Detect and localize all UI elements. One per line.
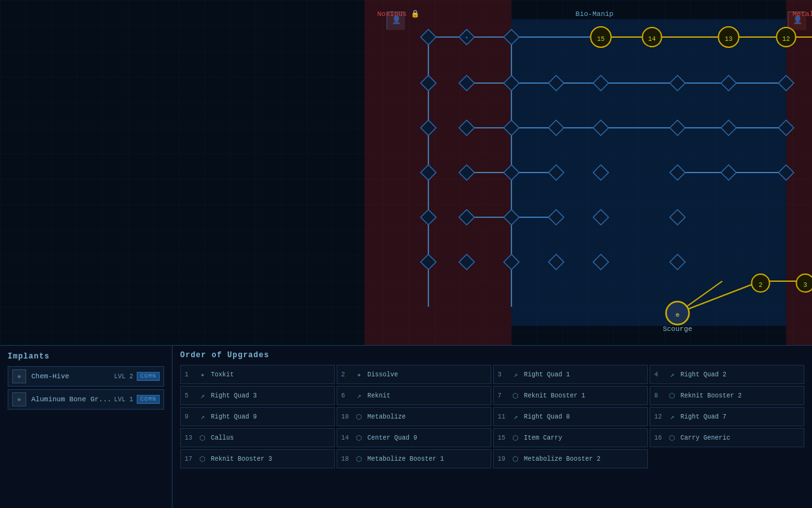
upgrade-icon: ⬡ [667,433,677,443]
implants-list: ◈ Chem-Hive LVL 2 COMN ◈ Aluminum Bone G… [8,366,164,410]
upgrade-item: 11 ↗ Right Quad 8 [493,407,648,426]
upgrade-name: Metabolize [367,413,406,420]
implant-item: ◈ Chem-Hive LVL 2 COMN [8,366,164,387]
upgrade-name: Center Quad 9 [367,435,417,442]
upgrade-item: 9 ↗ Right Quad 9 [180,407,335,426]
implant-item: ◈ Aluminum Bone Gr... LVL 1 COMN [8,389,164,410]
upgrades-grid: 1 ✦ Toxkit 2 ✦ Dissolve 3 ↗ Right Quad 1… [180,365,804,468]
upgrade-item: 4 ↗ Right Quad 2 [650,365,804,384]
upgrade-item: 12 ↗ Right Quad 7 [650,407,804,426]
upgrade-icon: ⬡ [197,454,208,464]
upgrade-name: Right Quad 3 [211,392,257,399]
upgrade-number: 11 [498,413,508,420]
upgrade-icon: ⬡ [667,390,677,401]
implant-icon: ◈ [12,369,26,383]
upgrade-item: 6 ↗ Reknit [337,386,491,405]
bottom-panel: Implants ◈ Chem-Hive LVL 2 COMN ◈ Alumin… [0,345,812,508]
upgrade-item: 14 ⬡ Center Quad 9 [337,428,491,447]
upgrade-name: Right Quad 2 [680,371,726,378]
upgrade-number: 12 [654,413,664,420]
svg-text:12: 12 [782,36,790,43]
upgrades-panel: Order of Upgrades 1 ✦ Toxkit 2 ✦ Dissolv… [172,346,812,508]
upgrade-number: 4 [654,371,664,378]
upgrade-number: 13 [185,435,195,442]
upgrade-icon: ✦ [354,369,364,380]
map-area: 👤 👤 Noxious 🔒 Bio-Manip Metalhead 🔒 [0,0,812,345]
upgrade-number: 8 [654,392,664,399]
svg-text:15: 15 [597,36,604,43]
svg-text:◈: ◈ [17,373,21,380]
svg-text:⊕: ⊕ [675,312,679,319]
upgrade-name: Dissolve [367,371,398,378]
upgrade-number: 14 [341,435,351,442]
implants-title: Implants [8,352,164,361]
implant-icon: ◈ [12,392,26,406]
upgrade-name: Reknit [367,392,390,399]
upgrade-name: Callus [211,435,234,442]
svg-text:◈: ◈ [17,396,21,403]
upgrade-name: Carry Generic [680,435,730,442]
upgrade-item: 19 ⬡ Metabolize Booster 2 [493,449,648,468]
upgrade-number: 18 [341,456,351,463]
implant-level: LVL 2 [114,373,133,380]
upgrade-name: Toxkit [211,371,234,378]
upgrade-icon: ⬡ [354,433,364,443]
upgrade-icon: ✦ [197,369,208,380]
upgrade-name: Metabolize Booster 1 [367,456,444,463]
upgrade-icon: ↗ [667,369,677,380]
upgrade-item: 10 ⬡ Metabolize [337,407,491,426]
upgrade-number: 10 [341,413,351,420]
upgrade-item: 1 ✦ Toxkit [180,365,335,384]
upgrade-icon: ↗ [667,412,677,422]
implant-badge: COMN [137,372,160,381]
upgrade-item: 2 ✦ Dissolve [337,365,491,384]
implant-level: LVL 1 [114,396,133,403]
upgrade-item: 3 ↗ Right Quad 1 [493,365,648,384]
zone-metalhead-label: Metalhead 🔒 [793,9,813,18]
upgrade-name: Reknit Booster 2 [680,392,742,399]
svg-text:3: 3 [803,282,807,289]
upgrade-number: 2 [341,371,351,378]
upgrade-item: 16 ⬡ Carry Generic [650,428,804,447]
upgrade-name: Metabolize Booster 2 [524,456,601,463]
upgrade-number: 9 [185,413,195,420]
upgrade-name: Right Quad 9 [211,413,257,420]
implant-name: Chem-Hive [31,373,114,380]
upgrade-icon: ⬡ [510,390,521,401]
svg-text:☣: ☣ [465,35,469,41]
upgrade-item: 13 ⬡ Callus [180,428,335,447]
upgrade-icon: ↗ [197,390,208,401]
upgrade-item: 8 ⬡ Reknit Booster 2 [650,386,804,405]
implants-panel: Implants ◈ Chem-Hive LVL 2 COMN ◈ Alumin… [0,346,172,508]
upgrade-name: Reknit Booster 3 [211,456,272,463]
upgrade-item: 15 ⬡ Item Carry [493,428,648,447]
upgrade-name: Right Quad 7 [680,413,726,420]
upgrade-number: 15 [498,435,508,442]
upgrade-item: 17 ⬡ Reknit Booster 3 [180,449,335,468]
upgrade-number: 3 [498,371,508,378]
zone-biomanip-label: Bio-Manip [576,10,613,18]
upgrade-icon: ⬡ [197,433,208,443]
implant-name: Aluminum Bone Gr... [31,396,114,403]
svg-text:13: 13 [724,36,732,43]
upgrade-number: 1 [185,371,195,378]
upgrade-item: 18 ⬡ Metabolize Booster 1 [337,449,491,468]
implant-badge: COMN [137,395,160,404]
upgrade-item: 7 ⬡ Reknit Booster 1 [493,386,648,405]
upgrade-icon: ⬡ [510,454,521,464]
upgrades-title: Order of Upgrades [180,351,804,360]
upgrade-number: 5 [185,392,195,399]
upgrade-icon: ⬡ [354,412,364,422]
upgrade-icon: ↗ [510,369,521,380]
upgrade-name: Reknit Booster 1 [524,392,585,399]
scourge-label: Scourge [663,325,692,333]
svg-text:14: 14 [648,36,655,43]
upgrade-icon: ⬡ [510,433,521,443]
game-map-svg: Noxious 🔒 Bio-Manip Metalhead 🔒 [243,0,812,345]
upgrade-name: Right Quad 1 [524,371,570,378]
zone-noxious-label: Noxious 🔒 [378,9,420,18]
upgrade-number: 7 [498,392,508,399]
upgrade-number: 19 [498,456,508,463]
upgrade-icon: ⬡ [354,454,364,464]
upgrade-number: 17 [185,456,195,463]
